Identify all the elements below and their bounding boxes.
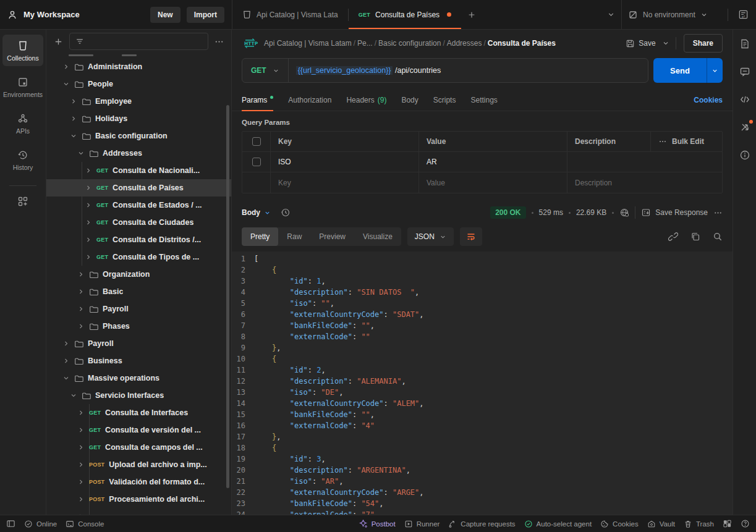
- tree-item-consulta-de-campos-del[interactable]: GETConsulta de campos del ...: [46, 439, 231, 456]
- response-time[interactable]: 529 ms: [539, 208, 563, 217]
- new-tab-button[interactable]: [461, 0, 482, 29]
- chevron-right-icon[interactable]: [85, 253, 92, 261]
- url-variable[interactable]: {{url_servicio_geolocation}}: [296, 66, 393, 75]
- view-tab-raw[interactable]: Raw: [278, 227, 310, 246]
- trash-button[interactable]: Trash: [684, 520, 714, 528]
- chevron-right-icon[interactable]: [77, 461, 85, 468]
- tab-body[interactable]: Body: [401, 89, 418, 111]
- share-button[interactable]: Share: [684, 34, 723, 53]
- globe-lock-icon[interactable]: [619, 208, 629, 217]
- tree-item-consulta-de-nacionali[interactable]: GETConsulta de Nacionali...: [46, 162, 231, 179]
- link-response-icon[interactable]: [668, 232, 678, 242]
- chevron-right-icon[interactable]: [62, 357, 70, 365]
- sidebar-item-environments[interactable]: Environments: [2, 71, 43, 103]
- code-snippet-icon[interactable]: [739, 94, 750, 105]
- tree-item-payroll[interactable]: Payroll: [46, 335, 231, 352]
- save-response-button[interactable]: Save Response: [641, 208, 708, 217]
- comments-icon[interactable]: [739, 66, 750, 77]
- chevron-right-icon[interactable]: [85, 201, 92, 209]
- tree-item-procesamiento-del-archi[interactable]: POSTProcesamiento del archi...: [46, 491, 231, 508]
- breadcrumb-item[interactable]: Consulta de Países: [488, 39, 556, 48]
- runner-button[interactable]: Runner: [404, 520, 440, 528]
- tab-scripts[interactable]: Scripts: [433, 89, 456, 111]
- split-pane-icon[interactable]: [723, 519, 732, 528]
- sidebar-item-history[interactable]: History: [2, 144, 43, 175]
- tree-item-consulta-de-versi-n-del[interactable]: GETConsulta de versión del ...: [46, 421, 231, 439]
- tab-params[interactable]: Params: [242, 89, 273, 111]
- chevron-right-icon[interactable]: [85, 184, 92, 192]
- param-value-field[interactable]: AR: [418, 152, 567, 172]
- sidebar-item-collections[interactable]: Collections: [2, 35, 43, 66]
- chevron-down-icon[interactable]: [70, 392, 77, 399]
- cookies-link[interactable]: Cookies: [694, 96, 723, 104]
- tab-consulta-de-paises[interactable]: GET Consulta de Países: [349, 0, 461, 29]
- tree-item-phases[interactable]: Phases: [46, 318, 231, 335]
- view-tab-pretty[interactable]: Pretty: [242, 227, 278, 246]
- tab-headers[interactable]: Headers(9): [346, 89, 386, 111]
- url-text[interactable]: {{url_servicio_geolocation}} /api/countr…: [289, 66, 449, 75]
- param-key-field[interactable]: Key: [270, 172, 418, 193]
- response-more-icon[interactable]: [713, 208, 723, 217]
- tab-overflow-chevron-icon[interactable]: [601, 0, 621, 29]
- postbot-button[interactable]: Postbot: [359, 519, 396, 528]
- chevron-right-icon[interactable]: [77, 305, 85, 313]
- tree-item-consulta-de-estados[interactable]: GETConsulta de Estados / ...: [46, 196, 231, 214]
- tree-item-people[interactable]: People: [46, 75, 231, 93]
- chevron-right-icon[interactable]: [77, 496, 85, 503]
- chevron-right-icon[interactable]: [85, 219, 92, 226]
- tree-item-upload-del-archivo-a-imp[interactable]: POSTUpload del archivo a imp...: [46, 456, 231, 473]
- breadcrumb-item[interactable]: Addresses: [447, 39, 482, 48]
- tab-settings[interactable]: Settings: [470, 89, 497, 111]
- vault-button[interactable]: Vault: [647, 520, 675, 528]
- send-button[interactable]: Send: [653, 58, 723, 83]
- chevron-right-icon[interactable]: [62, 63, 70, 70]
- breadcrumb-item[interactable]: Basic configuration: [378, 39, 441, 48]
- tree-item-consulta-de-interfaces[interactable]: GETConsulta de Interfaces: [46, 404, 231, 421]
- tree-item-basic[interactable]: Basic: [46, 283, 231, 300]
- chevron-right-icon[interactable]: [77, 409, 85, 416]
- sidebar-search-input[interactable]: [69, 33, 208, 50]
- chevron-right-icon[interactable]: [77, 444, 85, 451]
- workspace-title[interactable]: My Workspace: [23, 10, 80, 19]
- tree-item-massive-operations[interactable]: Massive operations: [46, 369, 231, 387]
- chevron-right-icon[interactable]: [85, 167, 92, 174]
- tree-item-addresses[interactable]: Addresses: [46, 145, 231, 162]
- chevron-right-icon[interactable]: [77, 478, 85, 486]
- related-requests-icon[interactable]: [739, 122, 750, 133]
- chevron-down-icon[interactable]: [62, 80, 70, 88]
- tree-item-consulta-de-ciudades[interactable]: GETConsulta de Ciudades: [46, 214, 231, 231]
- url-input[interactable]: GET {{url_servicio_geolocation}} /api/co…: [242, 58, 648, 83]
- tree-item-organization[interactable]: Organization: [46, 266, 231, 283]
- tree-item-holidays[interactable]: Holidays: [46, 110, 231, 127]
- param-description-field[interactable]: [567, 152, 722, 172]
- tree-item-employee[interactable]: Employee: [46, 93, 231, 110]
- tree-item-consulta-de-tipos-de[interactable]: GETConsulta de Tipos de ...: [46, 248, 231, 266]
- tree-item-business[interactable]: Business: [46, 352, 231, 369]
- chevron-right-icon[interactable]: [77, 271, 85, 278]
- save-button[interactable]: Save: [626, 39, 655, 48]
- tab-api-catalog[interactable]: Api Catalog | Visma Lata: [232, 0, 348, 29]
- sidebar-scrollbar[interactable]: [226, 105, 229, 488]
- select-all-checkbox[interactable]: [252, 137, 261, 146]
- copy-response-icon[interactable]: [690, 232, 700, 242]
- response-size[interactable]: 22.69 KB: [576, 208, 606, 217]
- chevron-down-icon[interactable]: [77, 150, 85, 157]
- more-tools-icon[interactable]: [11, 196, 35, 207]
- tree-item-consulta-de-pa-ses[interactable]: GETConsulta de Países: [46, 179, 231, 196]
- view-tab-preview[interactable]: Preview: [310, 227, 354, 246]
- import-button[interactable]: Import: [187, 7, 224, 23]
- chevron-right-icon[interactable]: [62, 340, 70, 347]
- console-button[interactable]: Console: [66, 520, 104, 528]
- chevron-down-icon[interactable]: [70, 132, 77, 140]
- param-key-field[interactable]: ISO: [270, 152, 418, 172]
- param-checkbox[interactable]: [252, 158, 261, 166]
- tab-authorization[interactable]: Authorization: [288, 89, 331, 111]
- tree-item-validaci-n-del-formato-d[interactable]: POSTValidación del formato d...: [46, 473, 231, 491]
- wrap-lines-button[interactable]: [460, 227, 482, 246]
- chevron-right-icon[interactable]: [70, 98, 77, 105]
- param-value-field[interactable]: Value: [418, 172, 567, 193]
- response-format-dropdown[interactable]: JSON: [407, 227, 454, 246]
- environment-quick-look-icon[interactable]: x²: [733, 9, 750, 20]
- info-icon[interactable]: [739, 150, 750, 161]
- status-badge[interactable]: 200 OK: [490, 206, 525, 219]
